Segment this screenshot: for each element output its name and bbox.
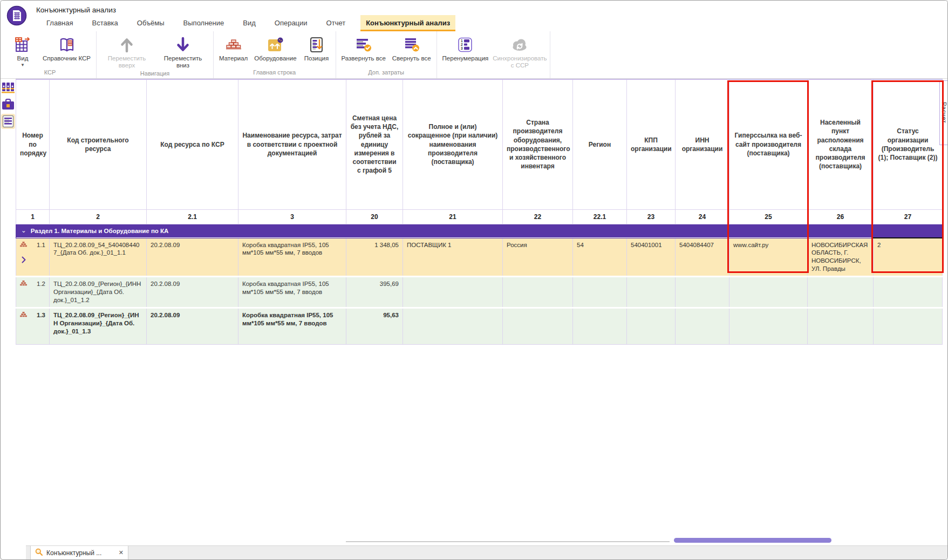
cell-country[interactable]	[503, 308, 573, 345]
cell-website[interactable]: www.сайт.ру	[729, 238, 808, 277]
cell-inn[interactable]	[676, 277, 729, 308]
bottom-tab-konyunkturny[interactable]: Конъюнктурный ... ✕	[30, 546, 128, 560]
tab-vid[interactable]: Вид	[237, 15, 261, 31]
cell-manufacturer[interactable]: ПОСТАВЩИК 1	[403, 238, 503, 277]
column-header[interactable]: Номер по порядку	[16, 79, 50, 209]
sync-ssr-button[interactable]: Синхронизировать с ССР	[493, 34, 547, 70]
renumber-icon: 123	[455, 35, 475, 54]
tab-konyunkturny-analiz[interactable]: Конъюнктурный анализ	[360, 15, 455, 31]
renumber-button[interactable]: 123 Перенумерация	[440, 34, 491, 63]
cell-name[interactable]: Коробка квадратная IP55, 105 мм*105 мм*5…	[238, 238, 346, 277]
cell-name[interactable]: Коробка квадратная IP55, 105 мм*105 мм*5…	[238, 277, 346, 308]
cell-inn[interactable]: 5404084407	[676, 238, 729, 277]
header-row: Номер по порядку Код строительного ресур…	[16, 79, 943, 209]
cell-warehouse[interactable]: НОВОСИБИРСКАЯ ОБЛАСТЬ, Г. НОВОСИБИРСК, У…	[808, 238, 874, 277]
table-row[interactable]: 1.1 ТЦ_20.2.08.09_54_5404084407_{Дата Об…	[16, 238, 943, 277]
svg-text:2: 2	[461, 43, 463, 46]
cell-price[interactable]: 95,63	[346, 308, 403, 345]
position-doc-icon	[307, 35, 326, 54]
cell-status[interactable]	[874, 308, 943, 345]
column-number: 22	[503, 209, 573, 224]
cell-status[interactable]: 2	[874, 238, 943, 277]
tab-raschet[interactable]: Расчет	[939, 80, 948, 145]
cell-code[interactable]: ТЦ_20.2.08.09_{Регион}_{ИНН Организации}…	[50, 308, 147, 345]
cell-ksr-code[interactable]: 20.2.08.09	[147, 277, 238, 308]
cell-kpp[interactable]	[627, 308, 676, 345]
column-header[interactable]: КПП организации	[627, 79, 676, 209]
material-marker-icon	[20, 280, 27, 288]
rail-sheet-button[interactable]	[1, 114, 15, 129]
column-header[interactable]: Гиперссылка на веб-сайт производителя (п…	[729, 79, 808, 209]
column-header[interactable]: Код ресурса по КСР	[147, 79, 238, 209]
column-number: 23	[627, 209, 676, 224]
cell-kpp[interactable]	[627, 277, 676, 308]
collapse-all-icon	[402, 35, 421, 54]
expand-all-icon	[354, 35, 373, 54]
cell-warehouse[interactable]	[808, 277, 874, 308]
ribbon-group-label: КСР	[7, 69, 93, 78]
ksr-reference-button[interactable]: Справочник КСР	[40, 34, 93, 63]
rail-briefcase-button[interactable]	[1, 97, 15, 112]
ribbon-group-label: Навигация	[100, 70, 210, 78]
view-grid-icon	[13, 35, 32, 54]
hscroll-thumb[interactable]	[674, 538, 831, 543]
material-button[interactable]: Материал	[217, 34, 250, 63]
ribbon-group-navigation: Переместить вверх Переместить вниз Навиг…	[97, 31, 214, 78]
column-header[interactable]: Наименование ресурса, затрат в соответст…	[238, 79, 346, 209]
view-button[interactable]: Вид ▼	[7, 34, 38, 69]
cell-ksr-code[interactable]: 20.2.08.09	[147, 238, 238, 277]
cell-region[interactable]: 54	[573, 238, 627, 277]
cell-website[interactable]	[729, 277, 808, 308]
column-header[interactable]: Страна производителя оборудования, произ…	[503, 79, 573, 209]
app-window: Конъюнктурный анализ Главная Вставка Объ…	[0, 0, 948, 560]
hscroll-track[interactable]	[346, 541, 670, 542]
cell-price[interactable]: 1 348,05	[346, 238, 403, 277]
cell-status[interactable]	[874, 277, 943, 308]
expand-all-button[interactable]: Развернуть все	[339, 34, 388, 63]
tab-otchet[interactable]: Отчет	[321, 15, 351, 31]
cell-warehouse[interactable]	[808, 308, 874, 345]
move-up-button[interactable]: Переместить вверх	[100, 34, 154, 70]
svg-text:1: 1	[461, 39, 463, 43]
column-header[interactable]: Регион	[573, 79, 627, 209]
cell-country[interactable]	[503, 277, 573, 308]
table-row[interactable]: 1.2 ТЦ_20.2.08.09_{Регион}_{ИНН Организа…	[16, 277, 943, 308]
cell-price[interactable]: 395,69	[346, 277, 403, 308]
cell-name[interactable]: Коробка квадратная IP55, 105 мм*105 мм*5…	[238, 308, 346, 345]
row-expand-icon[interactable]	[22, 256, 45, 265]
tab-glavnaya[interactable]: Главная	[41, 15, 78, 31]
section-title: Раздел 1. Материалы и Оборудование по КА	[31, 228, 169, 234]
cell-ksr-code[interactable]: 20.2.08.09	[147, 308, 238, 345]
cell-country[interactable]: Россия	[503, 238, 573, 277]
close-icon[interactable]: ✕	[119, 549, 124, 556]
equipment-button[interactable]: Оборудование	[252, 34, 298, 63]
column-header[interactable]: Код строительного ресурса	[50, 79, 147, 209]
table-row[interactable]: 1.3 ТЦ_20.2.08.09_{Регион}_{ИНН Организа…	[16, 308, 943, 345]
cell-code[interactable]: ТЦ_20.2.08.09_54_5404084407_{Дата Об. до…	[50, 238, 147, 277]
column-header[interactable]: Статус организации (Производитель (1); П…	[874, 79, 943, 209]
cell-region[interactable]	[573, 277, 627, 308]
section-row[interactable]: ⌄Раздел 1. Материалы и Оборудование по К…	[16, 224, 943, 238]
column-header[interactable]: Полное и (или) сокращенное (при наличии)…	[403, 79, 503, 209]
rail-binders-button[interactable]	[1, 80, 15, 95]
cell-website[interactable]	[729, 308, 808, 345]
tab-vstavka[interactable]: Вставка	[86, 15, 123, 31]
column-header[interactable]: Населенный пункт расположения склада про…	[808, 79, 874, 209]
tab-operacii[interactable]: Операции	[269, 15, 313, 31]
collapse-all-button[interactable]: Свернуть все	[390, 34, 433, 63]
column-header[interactable]: Сметная цена без учета НДС, рублей за ед…	[346, 79, 403, 209]
position-button[interactable]: Позиция	[301, 34, 332, 63]
tab-obyomy[interactable]: Объёмы	[132, 15, 170, 31]
ribbon-group-ksr: Вид ▼ Справочник КСР	[4, 31, 97, 78]
section-collapse-icon[interactable]: ⌄	[21, 227, 26, 234]
move-down-button[interactable]: Переместить вниз	[156, 34, 210, 70]
cell-manufacturer[interactable]	[403, 277, 503, 308]
ksr-book-icon	[57, 35, 77, 54]
cell-kpp[interactable]: 540401001	[627, 238, 676, 277]
cell-region[interactable]	[573, 308, 627, 345]
column-header[interactable]: ИНН организации	[676, 79, 729, 209]
tab-vypolnenie[interactable]: Выполнение	[178, 15, 230, 31]
cell-manufacturer[interactable]	[403, 308, 503, 345]
cell-inn[interactable]	[676, 308, 729, 345]
cell-code[interactable]: ТЦ_20.2.08.09_{Регион}_{ИНН Организации}…	[50, 277, 147, 308]
